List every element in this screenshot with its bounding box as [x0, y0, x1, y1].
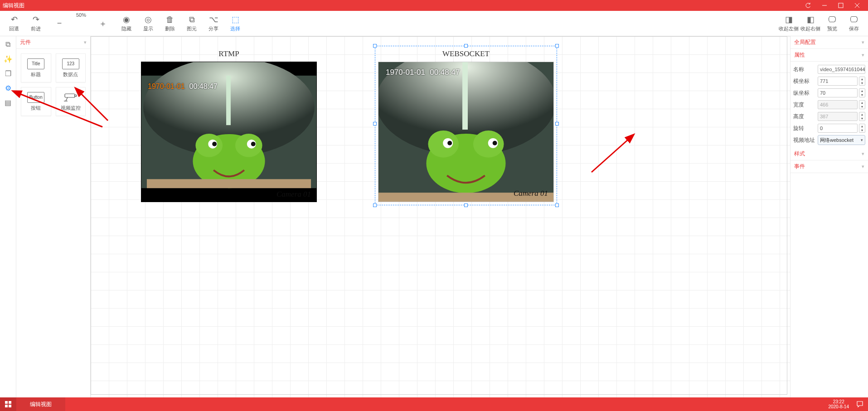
collapse-right-button[interactable]: ◧收起右侧: [800, 12, 821, 35]
left-icon-rail: ⧉ ✨ ❐ ⚙ ▤: [0, 36, 16, 397]
trash-icon: 🗑: [166, 15, 174, 24]
component-video[interactable]: 视频监控: [56, 87, 86, 116]
chevron-icon: ▾: [862, 39, 864, 45]
svg-point-15: [212, 142, 217, 146]
video-websocket-label: WEBSOCKET: [442, 49, 490, 58]
share-icon: ⌥: [209, 15, 218, 24]
video-websocket[interactable]: WEBSOCKET: [378, 62, 554, 202]
element-button[interactable]: ⧉图元: [181, 12, 202, 35]
svg-rect-19: [147, 179, 311, 188]
plus-icon: ＋: [99, 19, 107, 29]
svg-rect-37: [9, 405, 11, 407]
event-header[interactable]: 事件▾: [790, 160, 868, 173]
minimize-icon[interactable]: [816, 0, 833, 11]
save-icon: 🖵: [850, 15, 858, 24]
close-icon[interactable]: [849, 0, 865, 11]
share-button[interactable]: ⌥分享: [203, 12, 224, 35]
notification-icon[interactable]: [852, 401, 868, 408]
rotation-stepper[interactable]: ▲▼: [859, 124, 865, 133]
minus-icon: −: [57, 19, 62, 29]
rail-icon-1[interactable]: ⧉: [3, 39, 14, 50]
video-rtmp-camera: Camera 01: [276, 190, 311, 199]
svg-point-26: [447, 141, 452, 145]
main-area: ⧉ ✨ ❐ ⚙ ▤ 元件 ▾ Title 标题 123 数据点 Button 按…: [0, 36, 868, 397]
number-icon: 123: [62, 58, 79, 69]
undo-icon: ↶: [11, 15, 18, 24]
rail-icon-3[interactable]: ❐: [3, 68, 14, 79]
attributes-body: 名称video_1597416104458 横坐标771▲▼ 纵坐标70▲▼ 宽…: [790, 62, 868, 148]
zoom-in-button[interactable]: ＋: [92, 12, 113, 35]
height-input[interactable]: 387: [818, 112, 858, 121]
svg-point-7: [75, 95, 77, 97]
refresh-icon[interactable]: [800, 0, 816, 11]
canvas[interactable]: RTMP: [91, 36, 790, 397]
monitor-icon: 🖵: [828, 15, 836, 24]
global-config-header[interactable]: 全局配置▾: [790, 36, 868, 49]
zoom-out-button[interactable]: −: [49, 12, 70, 35]
redo-button[interactable]: ↷前进: [25, 12, 46, 35]
rail-icon-plugin[interactable]: ⚙: [3, 82, 14, 93]
attributes-header[interactable]: 属性▾: [790, 49, 868, 62]
chevron-icon: ▾: [862, 151, 864, 157]
component-panel: 元件 ▾ Title 标题 123 数据点 Button 按钮 视频监控: [16, 36, 91, 397]
eye-icon: ◎: [145, 15, 152, 24]
height-stepper[interactable]: ▲▼: [859, 112, 865, 121]
video-address-select[interactable]: 网络websocket▾: [818, 135, 865, 145]
show-button[interactable]: ◎显示: [138, 12, 159, 35]
taskbar-app[interactable]: 编辑视图: [16, 397, 65, 411]
video-websocket-camera: Camera 01: [514, 189, 548, 198]
video-rtmp[interactable]: RTMP: [141, 62, 317, 202]
video-rtmp-label: RTMP: [218, 49, 239, 58]
start-button[interactable]: [0, 397, 16, 411]
video-rtmp-timestamp: 1970-01-01 00:48:47: [148, 82, 218, 91]
svg-rect-35: [9, 401, 11, 404]
svg-rect-1: [839, 3, 843, 8]
chevron-icon: ▾: [862, 52, 864, 58]
component-datapoint[interactable]: 123 数据点: [56, 53, 86, 82]
app-title: 编辑视图: [3, 2, 800, 10]
panel-left-icon: ◨: [785, 15, 793, 24]
undo-button[interactable]: ↶回退: [4, 12, 24, 35]
video-websocket-timestamp: 1970-01-01 00:48:47: [386, 68, 460, 77]
hide-button[interactable]: ◉隐藏: [116, 12, 137, 35]
collapse-left-button[interactable]: ◨收起左侧: [778, 12, 799, 35]
width-input[interactable]: 466: [818, 100, 858, 109]
rail-icon-5[interactable]: ▤: [3, 97, 14, 108]
svg-rect-34: [5, 401, 8, 404]
svg-line-5: [66, 97, 68, 101]
taskbar-clock: 23:222020-8-14: [825, 399, 852, 409]
name-input[interactable]: video_1597416104458: [818, 65, 865, 74]
redo-icon: ↷: [33, 15, 39, 24]
svg-rect-4: [65, 94, 75, 97]
y-stepper[interactable]: ▲▼: [859, 88, 865, 97]
y-input[interactable]: 70: [818, 88, 858, 97]
properties-panel: 全局配置▾ 属性▾ 名称video_1597416104458 横坐标771▲▼…: [790, 36, 868, 397]
rail-icon-2[interactable]: ✨: [3, 53, 14, 64]
rotation-input[interactable]: 0: [818, 124, 858, 133]
width-stepper[interactable]: ▲▼: [859, 100, 865, 109]
chevron-down-icon: ▾: [861, 138, 863, 142]
style-header[interactable]: 样式▾: [790, 148, 868, 160]
svg-rect-18: [226, 76, 231, 125]
preview-button[interactable]: 🖵预览: [822, 12, 843, 35]
collapse-icon: ▾: [84, 39, 87, 45]
button-icon: Button: [27, 92, 44, 103]
x-stepper[interactable]: ▲▼: [859, 77, 865, 86]
titlebar: 编辑视图: [0, 0, 868, 11]
component-panel-header[interactable]: 元件 ▾: [16, 36, 90, 49]
panel-right-icon: ◧: [807, 15, 815, 24]
element-icon: ⧉: [189, 15, 195, 24]
svg-point-17: [251, 142, 256, 146]
delete-button[interactable]: 🗑删除: [160, 12, 180, 35]
toolbar: ↶回退 ↷前进 − 50% ＋ ◉隐藏 ◎显示 🗑删除 ⧉图元 ⌥分享 ⬚选择 …: [0, 11, 868, 36]
component-button[interactable]: Button 按钮: [21, 87, 51, 116]
video-websocket-frame: [378, 62, 553, 202]
select-button[interactable]: ⬚选择: [225, 12, 246, 35]
taskbar: 编辑视图 23:222020-8-14: [0, 397, 868, 411]
save-button[interactable]: 🖵保存: [844, 12, 864, 35]
component-title[interactable]: Title 标题: [21, 53, 51, 82]
x-input[interactable]: 771: [818, 77, 858, 86]
maximize-icon[interactable]: [833, 0, 849, 11]
svg-rect-36: [5, 405, 8, 407]
zoom-level: 50%: [71, 12, 92, 35]
